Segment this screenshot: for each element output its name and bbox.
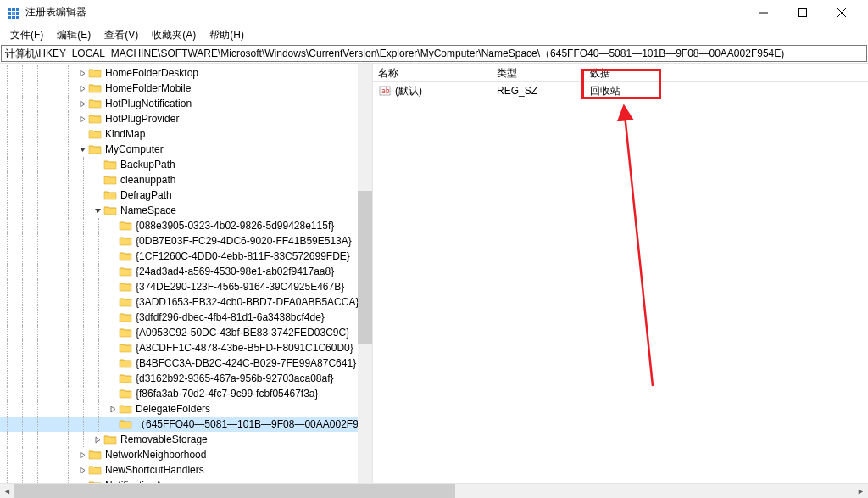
tree-item[interactable]: DefragPath (0, 187, 372, 203)
tree-expander-icon[interactable] (76, 143, 88, 155)
tree-item[interactable]: {374DE290-123F-4565-9164-39C4925E467B} (0, 279, 372, 294)
tree-item[interactable]: {24ad3ad4-a569-4530-98e1-ab02f9417aa8} (0, 264, 372, 279)
menubar: 文件(F) 编辑(E) 查看(V) 收藏夹(A) 帮助(H) (0, 25, 868, 44)
tree-label: {374DE290-123F-4565-9164-39C4925E467B} (136, 281, 344, 293)
tree-expander-icon[interactable] (76, 82, 88, 94)
tree-item[interactable]: {3dfdf296-dbec-4fb4-81d1-6a3438bcf4de} (0, 310, 372, 325)
tree-item[interactable]: HotPlugNotification (0, 96, 372, 111)
tree-item[interactable]: DelegateFolders (0, 401, 372, 417)
tree-expander-icon[interactable] (76, 113, 88, 125)
tree-expander-icon[interactable] (92, 434, 103, 445)
hscrollbar[interactable]: ◄ ► (0, 483, 868, 498)
tree-expander-icon[interactable] (92, 204, 103, 216)
svg-rect-4 (12, 12, 15, 15)
value-row[interactable]: ab(默认)REG_SZ回收站 (373, 82, 868, 99)
annotation-arrow (373, 64, 868, 483)
menu-edit[interactable]: 编辑(E) (52, 26, 96, 44)
tree-vscrollbar[interactable] (358, 64, 372, 483)
tree-label: {A0953C92-50DC-43bf-BE83-3742FED03C9C} (136, 327, 349, 339)
tree-item[interactable]: {088e3905-0323-4b02-9826-5d99428e115f} (0, 218, 372, 233)
tree-item[interactable]: NewShortcutHandlers (0, 462, 372, 478)
hscroll-thumb[interactable] (14, 484, 455, 498)
tree-item[interactable]: {B4BFCC3A-DB2C-424C-B029-7FE99A87C641} (0, 355, 372, 371)
tree-label: RemovableStorage (120, 434, 208, 445)
menu-favorites[interactable]: 收藏夹(A) (147, 26, 201, 44)
hscroll-right[interactable]: ► (854, 484, 868, 498)
tree-label: KindMap (105, 128, 145, 140)
col-header-type[interactable]: 类型 (492, 64, 585, 81)
folder-icon (119, 220, 132, 232)
tree-label: DelegateFolders (136, 403, 210, 415)
folder-icon (88, 113, 102, 125)
tree-item[interactable]: {0DB7E03F-FC29-4DC6-9020-FF41B59E513A} (0, 233, 372, 249)
tree-item[interactable]: HotPlugProvider (0, 111, 372, 126)
address-bar[interactable]: 计算机\HKEY_LOCAL_MACHINE\SOFTWARE\Microsof… (1, 45, 867, 62)
folder-icon (119, 357, 132, 369)
folder-icon (119, 266, 132, 277)
folder-icon (103, 159, 117, 171)
tree-item[interactable]: BackupPath (0, 157, 372, 172)
titlebar: 注册表编辑器 (0, 0, 868, 25)
tree-label: {1CF1260C-4DD0-4ebb-811F-33C572699FDE} (136, 250, 350, 262)
tree-item[interactable]: {1CF1260C-4DD0-4ebb-811F-33C572699FDE} (0, 249, 372, 264)
tree-label: NetworkNeighborhood (105, 449, 206, 461)
folder-icon (103, 204, 117, 216)
tree-expander-icon[interactable] (76, 449, 88, 461)
tree-item[interactable]: （645FFO40—5081—101B—9F08—00AA002F9 (0, 417, 372, 432)
tree-item[interactable]: NameSpace (0, 203, 372, 218)
folder-icon (103, 434, 117, 445)
tree-expander-icon[interactable] (76, 464, 88, 476)
folder-icon (88, 449, 102, 461)
tree-label: {B4BFCC3A-DB2C-424C-B029-7FE99A87C641} (136, 357, 356, 369)
tree-panel[interactable]: HomeFolderDesktopHomeFolderMobileHotPlug… (0, 64, 373, 483)
value-name: (默认) (395, 84, 422, 98)
folder-icon (119, 250, 132, 262)
folder-icon (119, 296, 132, 308)
tree-label: cleanuppath (120, 174, 175, 186)
svg-rect-8 (16, 16, 19, 19)
folder-icon (119, 403, 132, 415)
tree-expander-icon[interactable] (107, 403, 119, 415)
tree-expander-icon[interactable] (76, 98, 88, 109)
tree-item[interactable]: MyComputer (0, 142, 372, 157)
minimize-button[interactable] (744, 0, 783, 25)
col-header-name[interactable]: 名称 (373, 64, 492, 81)
value-type: REG_SZ (492, 83, 585, 98)
folder-icon (88, 464, 102, 476)
menu-help[interactable]: 帮助(H) (204, 26, 249, 44)
hscroll-track[interactable] (14, 484, 854, 498)
tree-label: MyComputer (105, 143, 164, 155)
tree-item[interactable]: {A8CDFF1C-4878-43be-B5FD-F8091C1C60D0} (0, 340, 372, 355)
folder-icon (88, 98, 102, 109)
hscroll-left[interactable]: ◄ (0, 484, 14, 498)
values-panel[interactable]: 名称 类型 数据 ab(默认)REG_SZ回收站 (373, 64, 868, 483)
tree-label: （645FFO40—5081—101B—9F08—00AA002F9 (136, 417, 359, 432)
tree-item[interactable]: HomeFolderMobile (0, 81, 372, 96)
tree-item[interactable]: {3ADD1653-EB32-4cb0-BBD7-DFA0ABB5ACCA} (0, 294, 372, 310)
tree-item[interactable]: {d3162b92-9365-467a-956b-92703aca08af} (0, 371, 372, 386)
tree-label: HomeFolderMobile (105, 82, 191, 94)
col-header-data[interactable]: 数据 (585, 64, 868, 81)
svg-rect-7 (12, 16, 15, 19)
tree-label: {f86fa3ab-70d2-4fc7-9c99-fcbf05467f3a} (136, 388, 319, 400)
menu-view[interactable]: 查看(V) (99, 26, 143, 44)
tree-label: NewShortcutHandlers (105, 464, 204, 476)
values-header: 名称 类型 数据 (373, 64, 868, 82)
tree-item[interactable]: NetworkNeighborhood (0, 447, 372, 462)
folder-icon (119, 281, 132, 293)
close-button[interactable] (822, 0, 861, 25)
svg-line-16 (624, 106, 653, 386)
tree-item[interactable]: RemovableStorage (0, 432, 372, 447)
tree-item[interactable]: {A0953C92-50DC-43bf-BE83-3742FED03C9C} (0, 325, 372, 340)
tree-expander-icon[interactable] (76, 67, 88, 79)
tree-item[interactable]: HomeFolderDesktop (0, 65, 372, 81)
tree-item[interactable]: KindMap (0, 126, 372, 142)
menu-file[interactable]: 文件(F) (5, 26, 48, 44)
folder-icon (119, 235, 132, 247)
tree-label: {A8CDFF1C-4878-43be-B5FD-F8091C1C60D0} (136, 342, 353, 354)
maximize-button[interactable] (783, 0, 822, 25)
tree-item[interactable]: {f86fa3ab-70d2-4fc7-9c99-fcbf05467f3a} (0, 386, 372, 401)
svg-rect-6 (8, 16, 11, 19)
tree-item[interactable]: cleanuppath (0, 172, 372, 187)
tree-vscroll-thumb[interactable] (358, 191, 372, 344)
